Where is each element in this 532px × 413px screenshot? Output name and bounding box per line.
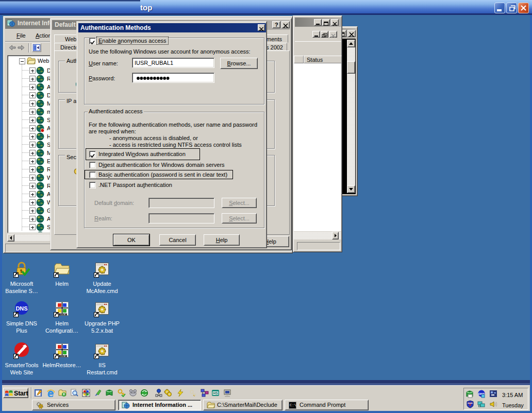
svg-text:C L M: C L M [60,314,65,316]
svg-text:C L M: C L M [60,355,65,357]
svg-text:DNS: DNS [15,305,27,312]
svg-text:HS: HS [213,391,218,395]
